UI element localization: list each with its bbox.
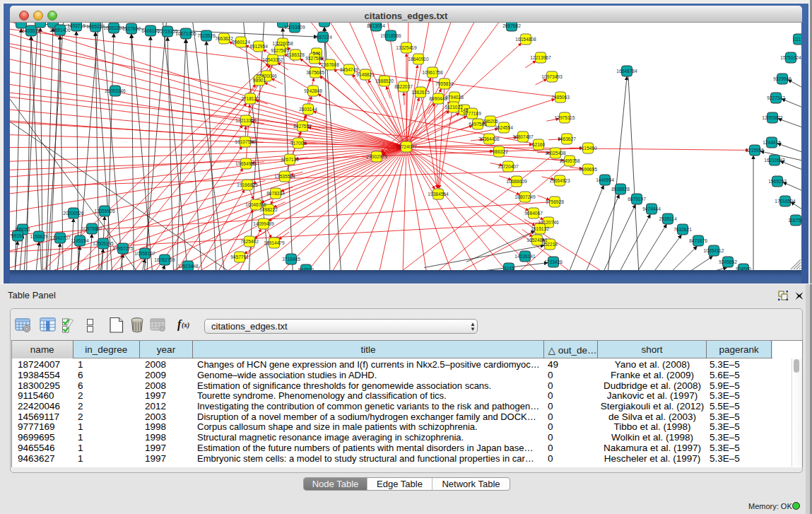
- svg-text:9146821: 9146821: [356, 72, 375, 77]
- svg-text:8813054: 8813054: [367, 23, 385, 28]
- svg-text:917006: 917006: [290, 141, 306, 146]
- svg-text:9084067: 9084067: [524, 211, 543, 216]
- svg-text:12213369: 12213369: [235, 118, 257, 123]
- svg-text:6879197: 6879197: [628, 197, 646, 201]
- svg-text:7625402: 7625402: [240, 239, 259, 244]
- svg-text:1588520: 1588520: [375, 78, 394, 83]
- svg-text:8427552: 8427552: [293, 124, 312, 129]
- svg-text:8322037: 8322037: [394, 84, 413, 89]
- svg-text:9699695: 9699695: [579, 167, 597, 172]
- svg-text:10654112: 10654112: [704, 248, 724, 253]
- svg-text:9756928: 9756928: [546, 199, 564, 204]
- svg-text:10958107: 10958107: [134, 251, 155, 256]
- svg-text:9245652: 9245652: [719, 259, 737, 264]
- svg-text:10973493: 10973493: [541, 74, 563, 79]
- svg-text:746206: 746206: [483, 119, 498, 124]
- svg-text:13226058: 13226058: [272, 41, 293, 46]
- svg-text:16914479: 16914479: [264, 240, 285, 245]
- svg-text:1156829: 1156829: [30, 234, 48, 239]
- svg-text:7485063: 7485063: [551, 95, 570, 100]
- svg-text:3716485: 3716485: [282, 257, 300, 262]
- svg-text:8960124: 8960124: [232, 40, 250, 45]
- svg-text:20206526: 20206526: [63, 211, 84, 216]
- svg-text:1527602: 1527602: [122, 26, 141, 31]
- svg-text:1733426: 1733426: [544, 259, 563, 264]
- svg-text:1145194: 1145194: [71, 238, 89, 243]
- svg-text:8454749: 8454749: [340, 67, 358, 72]
- svg-text:19166825: 19166825: [237, 182, 258, 187]
- svg-text:7632621: 7632621: [673, 227, 692, 232]
- svg-text:9457791: 9457791: [230, 255, 249, 259]
- svg-text:8471676: 8471676: [689, 238, 707, 243]
- svg-text:(x): (x): [182, 322, 189, 329]
- svg-text:20691406: 20691406: [49, 28, 71, 33]
- svg-text:17359926: 17359926: [94, 209, 115, 214]
- svg-text:8215955: 8215955: [746, 148, 764, 153]
- svg-text:14099489: 14099489: [253, 221, 274, 226]
- svg-text:98901: 98901: [253, 78, 266, 83]
- svg-text:7515526: 7515526: [197, 33, 216, 38]
- svg-text:9329966: 9329966: [773, 76, 792, 81]
- svg-text:10107553: 10107553: [235, 139, 256, 144]
- svg-text:9327508: 9327508: [305, 56, 324, 61]
- svg-text:1362615: 1362615: [411, 90, 430, 95]
- svg-text:16671355: 16671355: [175, 31, 196, 36]
- svg-text:2935114: 2935114: [659, 216, 677, 221]
- svg-text:9777169: 9777169: [463, 111, 481, 116]
- svg-text:12505195: 12505195: [93, 241, 114, 246]
- svg-text:8186328: 8186328: [286, 52, 305, 57]
- svg-text:14136141: 14136141: [514, 254, 536, 259]
- svg-text:16154808: 16154808: [515, 37, 536, 42]
- svg-text:23002973: 23002973: [366, 154, 387, 159]
- svg-text:12213967: 12213967: [530, 55, 551, 60]
- svg-text:9474444: 9474444: [642, 206, 661, 211]
- svg-text:16033809: 16033809: [284, 25, 305, 30]
- svg-text:10688609: 10688609: [506, 179, 527, 184]
- svg-text:1440954: 1440954: [596, 177, 614, 182]
- svg-text:6794028: 6794028: [445, 95, 464, 100]
- svg-text:10961758: 10961758: [422, 70, 443, 75]
- svg-text:8678334: 8678334: [266, 191, 285, 196]
- svg-text:10120746: 10120746: [538, 220, 559, 225]
- svg-text:17016504: 17016504: [775, 199, 796, 204]
- svg-text:20364436: 20364436: [478, 136, 500, 141]
- svg-text:62160: 62160: [532, 142, 546, 147]
- svg-text:12975115: 12975115: [555, 115, 575, 120]
- svg-text:335051: 335051: [15, 227, 30, 232]
- svg-text:10807487: 10807487: [512, 134, 534, 139]
- svg-text:18807249: 18807249: [514, 194, 536, 199]
- svg-text:252214: 252214: [542, 242, 558, 247]
- svg-text:7357224: 7357224: [314, 35, 332, 40]
- svg-text:3675685: 3675685: [306, 70, 324, 75]
- svg-text:9115460: 9115460: [579, 146, 597, 151]
- svg-text:3267130: 3267130: [281, 157, 299, 162]
- svg-text:546: 546: [312, 51, 320, 56]
- svg-text:20053346: 20053346: [105, 88, 126, 93]
- svg-text:2367608: 2367608: [321, 62, 339, 67]
- svg-text:19654985: 19654985: [235, 161, 257, 166]
- svg-text:16648784: 16648784: [616, 69, 637, 74]
- svg-text:17957275: 17957275: [112, 246, 134, 251]
- svg-text:2803144: 2803144: [299, 107, 317, 112]
- svg-text:13535594: 13535594: [274, 174, 295, 179]
- svg-text:1615132: 1615132: [531, 226, 549, 231]
- svg-text:9242848: 9242848: [304, 88, 322, 93]
- svg-text:10025438: 10025438: [545, 151, 566, 156]
- svg-text:13325419: 13325419: [396, 45, 417, 50]
- svg-text:1244415: 1244415: [763, 140, 781, 145]
- svg-text:7955812: 7955812: [435, 81, 454, 86]
- svg-text:18724007: 18724007: [396, 144, 417, 149]
- svg-text:1569297: 1569297: [768, 179, 787, 184]
- svg-text:19654923: 19654923: [549, 178, 570, 183]
- svg-text:19384554: 19384554: [428, 192, 449, 197]
- svg-text:8912954: 8912954: [249, 44, 268, 49]
- svg-text:15751024: 15751024: [780, 55, 801, 60]
- svg-text:19218586: 19218586: [380, 33, 401, 38]
- svg-text:8938928: 8938928: [611, 187, 630, 192]
- svg-text:18640910: 18640910: [408, 57, 429, 62]
- svg-text:9227342: 9227342: [767, 95, 785, 100]
- svg-text:1493719: 1493719: [67, 23, 86, 28]
- svg-text:7986322: 7986322: [490, 149, 508, 154]
- svg-text:16046786: 16046786: [245, 202, 266, 207]
- svg-text:116753: 116753: [788, 218, 801, 223]
